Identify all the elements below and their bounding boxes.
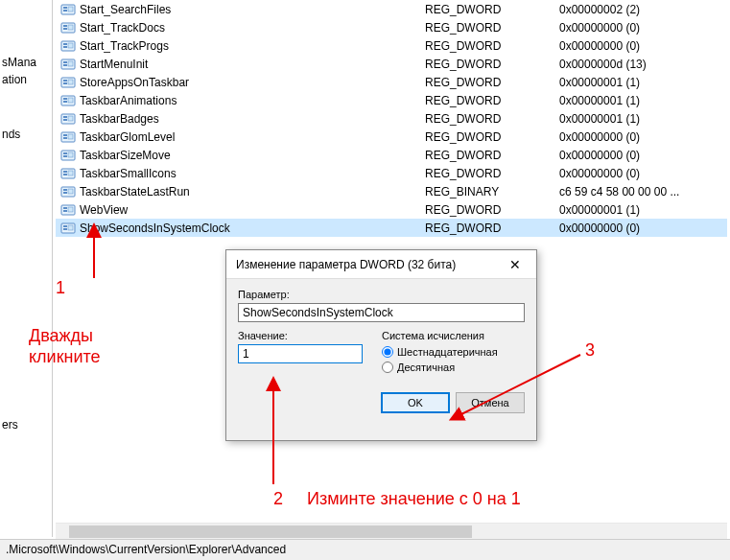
radix-dec-radio[interactable] xyxy=(382,362,393,373)
svg-rect-34 xyxy=(63,155,67,157)
tree-sidebar[interactable]: sMana ation nds ers xyxy=(0,0,53,537)
svg-rect-6 xyxy=(63,28,67,30)
registry-value-icon xyxy=(60,184,76,199)
registry-value-data: 0x00000000 (0) xyxy=(559,39,727,53)
registry-row[interactable]: TaskbarSizeMoveREG_DWORD0x00000000 (0) xyxy=(56,146,727,164)
svg-rect-33 xyxy=(63,152,67,154)
registry-row[interactable]: TaskbarStateLastRunREG_BINARYc6 59 c4 58… xyxy=(56,182,727,200)
svg-rect-2 xyxy=(63,10,67,12)
registry-list[interactable]: Start_SearchFilesREG_DWORD0x00000002 (2)… xyxy=(56,0,727,237)
registry-value-data: 0x0000000d (13) xyxy=(559,58,727,71)
radix-dec-option[interactable]: Десятичная xyxy=(382,362,525,373)
value-field[interactable] xyxy=(238,344,363,363)
tree-item-partial: ation xyxy=(2,73,27,86)
registry-value-data: 0x00000001 (1) xyxy=(559,203,727,217)
registry-row[interactable]: Start_TrackProgsREG_DWORD0x00000000 (0) xyxy=(56,36,727,55)
registry-row[interactable]: TaskbarSmallIconsREG_DWORD0x00000000 (0) xyxy=(56,164,727,182)
registry-value-name: Start_SearchFiles xyxy=(80,3,425,16)
registry-row[interactable]: WebViewREG_DWORD0x00000001 (1) xyxy=(56,200,727,219)
radix-dec-label: Десятичная xyxy=(397,362,455,373)
registry-value-data: 0x00000000 (0) xyxy=(559,167,727,180)
registry-value-name: StoreAppsOnTaskbar xyxy=(80,76,425,89)
dialog-titlebar[interactable]: Изменение параметра DWORD (32 бита) ✕ xyxy=(226,250,536,279)
radix-hex-label: Шестнадцатеричная xyxy=(397,346,498,358)
registry-value-data: 0x00000000 (0) xyxy=(559,21,727,35)
registry-row[interactable]: StoreAppsOnTaskbarREG_DWORD0x00000001 (1… xyxy=(56,73,727,91)
ok-button[interactable]: OK xyxy=(381,392,450,413)
svg-rect-43 xyxy=(68,189,73,194)
svg-rect-5 xyxy=(63,25,67,27)
registry-value-name: TaskbarAnimations xyxy=(80,94,425,107)
registry-value-data: 0x00000000 (0) xyxy=(559,130,727,144)
registry-value-name: TaskbarBadges xyxy=(80,112,425,126)
registry-value-data: 0x00000000 (0) xyxy=(559,222,727,235)
svg-rect-41 xyxy=(63,189,67,191)
registry-value-icon xyxy=(60,129,76,145)
svg-rect-39 xyxy=(68,171,73,175)
registry-value-type: REG_DWORD xyxy=(425,149,559,162)
registry-value-name: TaskbarGlomLevel xyxy=(80,130,425,144)
registry-value-icon xyxy=(60,202,76,218)
registry-value-type: REG_DWORD xyxy=(425,203,559,217)
registry-value-type: REG_DWORD xyxy=(425,94,559,107)
radix-hex-option[interactable]: Шестнадцатеричная xyxy=(382,346,525,358)
registry-value-name: ShowSecondsInSystemClock xyxy=(80,222,425,235)
value-label: Значение: xyxy=(238,330,363,341)
registry-value-type: REG_DWORD xyxy=(425,167,559,180)
svg-rect-50 xyxy=(63,228,67,230)
svg-rect-17 xyxy=(63,80,67,82)
scrollbar-thumb[interactable] xyxy=(69,525,472,538)
svg-rect-18 xyxy=(63,82,67,84)
registry-row[interactable]: TaskbarAnimationsREG_DWORD0x00000001 (1) xyxy=(56,91,727,109)
registry-row[interactable]: TaskbarGlomLevelREG_DWORD0x00000000 (0) xyxy=(56,128,727,146)
registry-value-type: REG_DWORD xyxy=(425,222,559,235)
registry-row[interactable]: StartMenuInitREG_DWORD0x0000000d (13) xyxy=(56,55,727,73)
registry-value-data: 0x00000002 (2) xyxy=(559,3,727,16)
svg-rect-7 xyxy=(68,25,73,30)
registry-value-name: WebView xyxy=(80,203,425,217)
registry-value-icon xyxy=(60,221,76,236)
svg-rect-38 xyxy=(63,174,67,175)
param-label: Параметр: xyxy=(238,289,525,300)
registry-row[interactable]: Start_TrackDocsREG_DWORD0x00000000 (0) xyxy=(56,18,727,36)
registry-value-icon xyxy=(60,75,76,90)
close-icon[interactable]: ✕ xyxy=(496,251,534,278)
edit-dword-dialog: Изменение параметра DWORD (32 бита) ✕ Па… xyxy=(225,249,537,441)
registry-value-data: 0x00000001 (1) xyxy=(559,94,727,107)
svg-rect-25 xyxy=(63,116,67,118)
registry-value-name: Start_TrackProgs xyxy=(80,39,425,53)
registry-value-icon xyxy=(60,148,76,163)
tree-item-partial: nds xyxy=(2,128,20,141)
registry-value-data: 0x00000001 (1) xyxy=(559,76,727,89)
registry-value-data: 0x00000000 (0) xyxy=(559,149,727,162)
tree-item-partial: ers xyxy=(2,418,18,432)
svg-rect-9 xyxy=(63,43,67,45)
svg-rect-14 xyxy=(63,64,67,66)
cancel-button[interactable]: Отмена xyxy=(456,392,525,413)
svg-rect-51 xyxy=(68,225,73,230)
svg-rect-45 xyxy=(63,207,67,209)
registry-row[interactable]: ShowSecondsInSystemClockREG_DWORD0x00000… xyxy=(56,219,727,237)
svg-rect-30 xyxy=(63,137,67,139)
registry-value-icon xyxy=(60,2,76,17)
svg-rect-10 xyxy=(63,46,67,48)
svg-rect-13 xyxy=(63,61,67,63)
registry-row[interactable]: Start_SearchFilesREG_DWORD0x00000002 (2) xyxy=(56,0,727,18)
svg-rect-35 xyxy=(68,152,73,157)
registry-value-type: REG_DWORD xyxy=(425,58,559,71)
horizontal-scrollbar[interactable] xyxy=(56,523,727,539)
registry-value-icon xyxy=(60,38,76,54)
svg-rect-26 xyxy=(63,119,67,121)
registry-value-type: REG_DWORD xyxy=(425,76,559,89)
svg-rect-3 xyxy=(68,7,73,12)
status-bar: .Microsoft\Windows\CurrentVersion\Explor… xyxy=(0,539,730,560)
registry-row[interactable]: TaskbarBadgesREG_DWORD0x00000001 (1) xyxy=(56,109,727,128)
registry-value-name: Start_TrackDocs xyxy=(80,21,425,35)
dialog-title-text: Изменение параметра DWORD (32 бита) xyxy=(236,258,456,271)
radix-hex-radio[interactable] xyxy=(382,346,393,358)
registry-value-icon xyxy=(60,93,76,108)
svg-rect-21 xyxy=(63,98,67,100)
registry-value-icon xyxy=(60,20,76,35)
registry-value-type: REG_DWORD xyxy=(425,21,559,35)
svg-rect-46 xyxy=(63,210,67,212)
